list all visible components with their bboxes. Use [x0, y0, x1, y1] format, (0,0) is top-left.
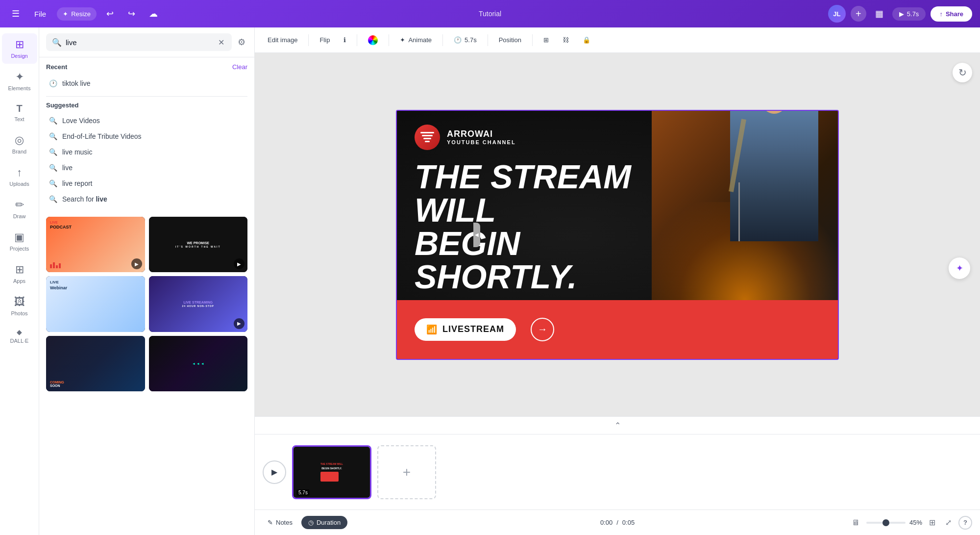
sidebar-item-photos[interactable]: 🖼 Photos: [2, 291, 37, 321]
zoom-slider[interactable]: [866, 522, 906, 524]
bottom-bar: ✎ Notes ◷ Duration 0:00 / 0:05 🖥: [255, 510, 980, 535]
suggest-item-love-videos[interactable]: 🔍 Love Videos: [46, 113, 247, 128]
analytics-button[interactable]: ▦: [871, 6, 887, 21]
scene-thumbnail-1[interactable]: THE STREAM WILL BEGIN SHORTLY. 5.7s: [292, 445, 371, 499]
timeline-play-button[interactable]: ▶: [263, 460, 286, 484]
suggest-item-live[interactable]: 🔍 live: [46, 160, 247, 176]
logo-area: ARROWAI YOUTUBE CHANNEL: [415, 125, 516, 150]
suggest-item-live-music[interactable]: 🔍 live music: [46, 144, 247, 160]
template-thumb-coming-soon[interactable]: COMING SOON: [46, 336, 145, 391]
timeline-toggle-button[interactable]: ⌃: [614, 421, 621, 430]
share-label: Share: [946, 10, 963, 18]
sidebar-item-text[interactable]: T Text: [2, 98, 37, 127]
redo-icon: ↪: [128, 8, 135, 19]
resize-button[interactable]: ✦ Resize: [57, 7, 97, 21]
logo-text-area: ARROWAI YOUTUBE CHANNEL: [447, 129, 516, 145]
headline-line1: THE STREAM WILL: [415, 160, 689, 227]
refresh-icon-button[interactable]: ↻: [953, 63, 972, 82]
recent-title: Recent: [46, 63, 67, 71]
suggest-item-live-report[interactable]: 🔍 live report: [46, 176, 247, 191]
photos-label: Photos: [11, 310, 27, 316]
panel-collapse-handle[interactable]: ◀: [473, 223, 480, 247]
search-input[interactable]: [66, 38, 212, 47]
elements-label: Elements: [8, 85, 31, 91]
info-button[interactable]: ℹ: [339, 33, 351, 47]
search-suggest-icon-4: 🔍: [49, 164, 57, 172]
template-thumb-live-podcast[interactable]: LIVE PODCAST ▶: [46, 217, 145, 272]
add-icon: +: [856, 8, 861, 20]
template-thumb-neon[interactable]: ◄ ◄ ◄: [149, 336, 248, 391]
share-button[interactable]: ↑ Share: [931, 6, 972, 22]
suggested-title: Suggested: [46, 102, 247, 109]
color-button[interactable]: [363, 32, 383, 48]
template-thumb-webinar[interactable]: LIVE Webinar: [46, 276, 145, 331]
flip-label: Flip: [319, 36, 330, 44]
edit-image-button[interactable]: Edit image: [263, 33, 302, 47]
help-button[interactable]: ?: [958, 516, 972, 530]
brand-icon: ◎: [15, 134, 24, 147]
recent-item-tiktok[interactable]: 🕐 tiktok live: [46, 76, 247, 91]
undo-button[interactable]: ↩: [102, 6, 118, 22]
livestream-label: LIVESTREAM: [442, 324, 504, 334]
time-current: 0:00: [600, 519, 612, 526]
divider: [46, 96, 247, 97]
add-scene-button[interactable]: +: [377, 445, 436, 499]
arrow-circle-button[interactable]: →: [531, 318, 554, 341]
template-thumb-streaming[interactable]: LIVE STREAMING 24 HOUR NON-STOP ▶: [149, 276, 248, 331]
avatar-button[interactable]: JL: [828, 5, 846, 23]
search-suggest-icon: 🔍: [49, 117, 57, 125]
position-button[interactable]: Position: [494, 33, 526, 47]
zoom-control: 45%: [866, 519, 922, 526]
menu-icon-button[interactable]: ☰: [8, 6, 24, 22]
photos-icon: 🖼: [14, 296, 25, 308]
logo-name: ARROWAI: [447, 129, 516, 139]
flip-button[interactable]: Flip: [315, 33, 335, 47]
animate-button[interactable]: ✦ Animate: [395, 33, 437, 47]
sidebar-item-uploads[interactable]: ↑ Uploads: [2, 161, 37, 192]
suggest-item-search-live[interactable]: 🔍 Search for live: [46, 191, 247, 207]
sidebar-item-projects[interactable]: ▣ Projects: [2, 226, 37, 256]
grid-view-button[interactable]: ⊞: [926, 516, 938, 529]
sidebar-item-draw[interactable]: ✏ Draw: [2, 194, 37, 224]
search-filter-button[interactable]: ⚙: [236, 35, 247, 50]
sidebar-item-elements[interactable]: ✦ Elements: [2, 66, 37, 96]
grid-icon: ⊞: [543, 36, 549, 44]
lock-button[interactable]: 🔒: [578, 33, 595, 47]
help-icon: ?: [963, 519, 967, 526]
expand-button[interactable]: ⤢: [942, 516, 955, 529]
elements-icon: ✦: [15, 71, 24, 83]
search-clear-button[interactable]: ✕: [216, 37, 226, 47]
sidebar-item-apps[interactable]: ⊞ Apps: [2, 258, 37, 289]
preview-play-button[interactable]: ▶ 5.7s: [892, 7, 926, 21]
desktop-icon: 🖥: [852, 518, 859, 527]
add-collaborator-button[interactable]: +: [851, 6, 866, 22]
sidebar-item-dalle[interactable]: ◆ DALL·E: [2, 323, 37, 349]
suggest-item-tribute-videos[interactable]: 🔍 End-of-Life Tribute Videos: [46, 128, 247, 144]
cloud-save-button[interactable]: ☁: [146, 6, 161, 22]
notes-button[interactable]: ✎ Notes: [263, 516, 297, 529]
suggest-text-6: Search for live: [62, 195, 107, 203]
redo-button[interactable]: ↪: [124, 6, 140, 22]
desktop-view-button[interactable]: 🖥: [849, 516, 862, 529]
chain-button[interactable]: ⛓: [558, 33, 574, 47]
duration-bottom-button[interactable]: ◷ Duration: [301, 516, 347, 529]
transparency-button[interactable]: ⊞: [539, 33, 554, 47]
recent-section-header: Recent Clear: [46, 63, 247, 71]
logo-lines: [420, 132, 434, 142]
sidebar-item-design[interactable]: ⊞ Design: [2, 33, 37, 64]
template-thumb-dark[interactable]: WE PROMISE IT'S WORTH THE WAIT ▶: [149, 217, 248, 272]
wifi-icon: 📶: [426, 324, 438, 335]
share-icon: ↑: [939, 10, 943, 18]
duration-button[interactable]: 🕐 5.7s: [449, 33, 482, 47]
sidebar-item-brand[interactable]: ◎ Brand: [2, 129, 37, 159]
clear-recent-button[interactable]: Clear: [232, 63, 247, 71]
refresh-icon: ↻: [958, 67, 967, 78]
uploads-icon: ↑: [17, 166, 22, 179]
magic-assistant-button[interactable]: ✦: [949, 257, 970, 279]
position-label: Position: [499, 36, 521, 44]
projects-label: Projects: [10, 246, 29, 252]
bottom-bar-center: 0:00 / 0:05: [501, 519, 734, 526]
design-icon: ⊞: [15, 38, 24, 51]
grid-view-icon: ⊞: [929, 518, 935, 527]
file-menu-button[interactable]: File: [29, 7, 51, 21]
